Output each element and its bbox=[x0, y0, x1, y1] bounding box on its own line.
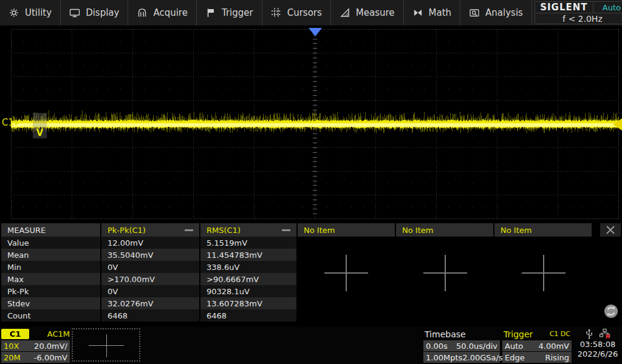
timebase-delay: 0.00s bbox=[426, 342, 448, 351]
menu-item-analysis[interactable]: Analysis bbox=[460, 0, 532, 25]
measure-column-empty-2[interactable]: No Item bbox=[396, 223, 493, 237]
add-channel-button[interactable] bbox=[72, 328, 140, 362]
timebase-scale: 50.0us/div bbox=[456, 342, 497, 351]
timebase-sample-rate: 2.00GSa/s bbox=[462, 353, 502, 362]
menu-label: Trigger bbox=[222, 7, 253, 18]
trigger-title: Trigger bbox=[504, 329, 533, 339]
measure-panel-title: MEASURE bbox=[1, 223, 100, 237]
channel1-marker-label: C1 bbox=[2, 117, 14, 128]
menu-label: Measure bbox=[356, 7, 395, 18]
remove-measurement-icon[interactable] bbox=[282, 229, 290, 231]
clock-date: 2022/6/26 bbox=[578, 349, 618, 359]
oscilloscope-screen: Utility Display Acquire Trigger Cursors bbox=[0, 0, 622, 364]
top-menu-bar: Utility Display Acquire Trigger Cursors bbox=[0, 0, 622, 25]
measure-column-empty-1[interactable]: No Item bbox=[298, 223, 395, 237]
gear-icon bbox=[9, 7, 19, 18]
menu-item-cursors[interactable]: Cursors bbox=[262, 0, 331, 25]
channel1-status-box[interactable]: C1 AC1M 10X 20.0mV/ 20M -6.00mV bbox=[1, 328, 70, 363]
clock-time: 03:58:08 bbox=[580, 340, 615, 349]
table-row: Mean35.5040mV11.454783mV bbox=[1, 249, 296, 261]
set-square-icon bbox=[340, 7, 350, 18]
menu-label: Cursors bbox=[287, 7, 322, 18]
trigger-mode: Auto bbox=[505, 342, 523, 351]
trigger-status-box[interactable]: Trigger C1 DC Auto 4.00mV Edge Rising bbox=[502, 328, 572, 363]
plus-icon bbox=[106, 334, 107, 357]
menu-item-utility[interactable]: Utility bbox=[0, 0, 61, 25]
menu-item-display[interactable]: Display bbox=[61, 0, 128, 25]
trigger-type: Edge bbox=[505, 353, 525, 362]
add-measurement-icon[interactable] bbox=[522, 251, 566, 295]
monitor-icon bbox=[69, 7, 80, 18]
add-measurement-icon[interactable] bbox=[324, 251, 368, 295]
table-row: Value12.00mV5.1519mV bbox=[1, 237, 296, 249]
system-info: 03:58:08 2022/6/26 bbox=[574, 326, 621, 364]
trigger-level: 4.00mV bbox=[538, 342, 569, 351]
acquire-arch-icon bbox=[137, 7, 148, 18]
menu-label: Acquire bbox=[153, 7, 188, 18]
bowtie-icon bbox=[412, 7, 423, 18]
flag-icon bbox=[205, 7, 216, 18]
siglent-logo: SIGLENT bbox=[535, 2, 593, 13]
measure-close-button[interactable] bbox=[600, 223, 621, 237]
trigger-frequency-readout: f < 2.0Hz bbox=[535, 13, 622, 24]
usb-icon bbox=[584, 328, 594, 339]
offset-handle-glyph: V bbox=[36, 127, 44, 138]
channel1-offset: -6.00mV bbox=[34, 353, 67, 362]
trigger-level-arrow[interactable] bbox=[613, 118, 622, 130]
folder-search-icon bbox=[469, 7, 480, 18]
menu-label: Math bbox=[429, 7, 452, 18]
measure-column-rms[interactable]: RMS(C1) bbox=[200, 223, 296, 237]
table-row: Max>170.00mV>90.6667mV bbox=[1, 273, 296, 285]
measure-column-pkpk[interactable]: Pk-Pk(C1) bbox=[101, 223, 199, 237]
crosshatch-icon bbox=[271, 7, 282, 18]
menu-item-acquire[interactable]: Acquire bbox=[128, 0, 197, 25]
acquisition-status-box: SIGLENT Auto f < 2.0Hz bbox=[535, 1, 622, 24]
timebase-status-box[interactable]: Timebase 0.00s 50.0us/div 1.00Mpts 2.00G… bbox=[423, 328, 500, 363]
remove-measurement-icon[interactable] bbox=[185, 229, 193, 231]
menu-label: Display bbox=[86, 7, 119, 18]
add-measurement-icon[interactable] bbox=[423, 251, 467, 295]
menu-label: Utility bbox=[25, 7, 52, 18]
close-icon bbox=[606, 225, 615, 235]
menu-label: Analysis bbox=[485, 7, 523, 18]
menu-item-math[interactable]: Math bbox=[404, 0, 461, 25]
table-row: Min0V338.6uV bbox=[1, 261, 296, 273]
trigger-source: C1 DC bbox=[550, 330, 570, 338]
menu-item-measure[interactable]: Measure bbox=[331, 0, 404, 25]
timebase-points: 1.00Mpts bbox=[426, 353, 462, 362]
measure-table: Value12.00mV5.1519mV Mean35.5040mV11.454… bbox=[1, 237, 296, 322]
measure-header-row: MEASURE Pk-Pk(C1) RMS(C1) No Item No Ite… bbox=[1, 223, 592, 237]
channel1-coupling: AC1M bbox=[47, 329, 70, 339]
menu-item-trigger[interactable]: Trigger bbox=[197, 0, 262, 25]
lan-disconnected-icon bbox=[599, 328, 611, 339]
channel1-scale: 20.0mV/ bbox=[34, 342, 67, 351]
channel1-bandwidth: 20M bbox=[4, 353, 21, 362]
table-row: Count64686468 bbox=[1, 309, 296, 322]
channel1-probe: 10X bbox=[4, 342, 19, 351]
acquisition-mode-badge: Auto bbox=[593, 2, 622, 13]
measure-column-empty-3[interactable]: No Item bbox=[494, 223, 592, 237]
channel1-badge: C1 bbox=[1, 329, 29, 339]
timebase-title: Timebase bbox=[425, 329, 466, 339]
table-row: Stdev32.0276mV13.607283mV bbox=[1, 297, 296, 309]
reset-statistics-icon[interactable] bbox=[603, 303, 620, 322]
right-arrow-icon bbox=[15, 120, 19, 126]
status-bar: C1 AC1M 10X 20.0mV/ 20M -6.00mV Timebase… bbox=[0, 326, 622, 364]
measure-panel: MEASURE Pk-Pk(C1) RMS(C1) No Item No Ite… bbox=[0, 223, 622, 326]
channel1-position-marker[interactable]: C1 bbox=[2, 117, 19, 128]
waveform-display: C1 V bbox=[0, 25, 622, 223]
channel1-offset-handle[interactable]: V bbox=[33, 113, 47, 138]
graticule-canvas bbox=[0, 25, 622, 223]
table-row: Pk-Pk0V90328.1uV bbox=[1, 285, 296, 297]
trigger-slope: Rising bbox=[545, 353, 569, 362]
trigger-position-marker[interactable] bbox=[309, 28, 322, 36]
